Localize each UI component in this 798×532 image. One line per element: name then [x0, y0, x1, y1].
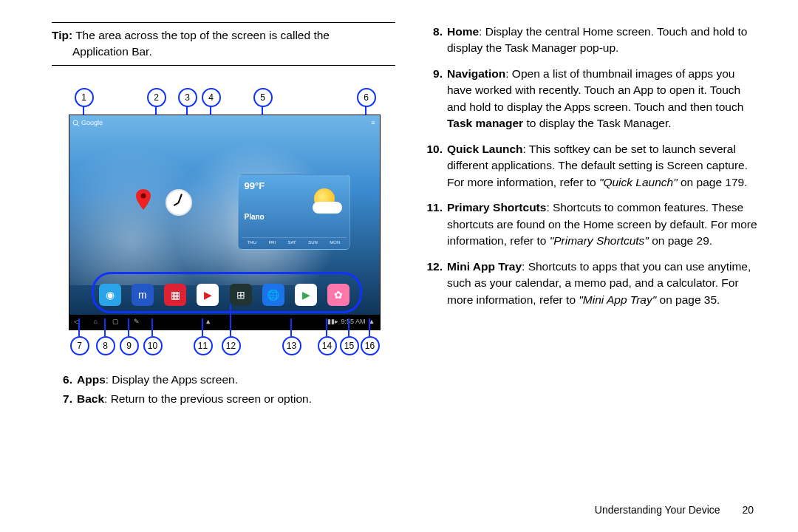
clock-text: 9:55 AM	[341, 317, 366, 327]
callout-2: 2	[147, 88, 166, 107]
callout-4: 4	[202, 88, 221, 107]
item-desc: : Display the Apps screen.	[106, 373, 238, 386]
app-icon: ⊞	[230, 284, 252, 306]
callout-1: 1	[75, 88, 94, 107]
tip-box: Tip: The area across the top of the scre…	[52, 22, 395, 66]
quicklaunch-icon: ✎	[134, 317, 140, 327]
list-item: 8. Home: Display the central Home screen…	[417, 22, 761, 64]
device-screen: Google ≡ 99°F Plano THU FRI SAT	[69, 115, 381, 330]
tip-text-2: Application Bar.	[52, 44, 395, 60]
callout-8: 8	[96, 336, 115, 355]
callout-11: 11	[194, 336, 213, 355]
topright-icons: ≡	[371, 118, 375, 128]
section-title: Understanding Your Device	[595, 504, 720, 516]
list-item: 11. Primary Shortcuts: Shortcuts to comm…	[417, 198, 761, 256]
cross-ref: "Mini App Tray"	[579, 293, 656, 306]
list-item: 9. Navigation: Open a list of thumbnail …	[417, 64, 761, 140]
left-list: 6. Apps: Display the Apps screen. 7. Bac…	[52, 370, 395, 409]
weather-widget: 99°F Plano THU FRI SAT SUN MON	[238, 174, 350, 250]
bottom-callouts: 7 8 9 10 11 12 13 14 15 16	[69, 333, 379, 360]
page-footer: Understanding Your Device 20	[595, 504, 754, 516]
tip-text-1: The area across the top of the screen is…	[75, 29, 330, 41]
list-item: 10. Quick Launch: This softkey can be se…	[417, 140, 761, 198]
callout-7: 7	[70, 336, 89, 355]
system-bar: ◁ ⌂ ▢ ✎ ▲ ▮▮▸ 9:55 AM ▲	[69, 315, 380, 330]
weather-city: Plano	[245, 212, 265, 223]
item-number: 6.	[52, 372, 77, 388]
search-hint: Google	[81, 119, 103, 126]
page-number: 20	[742, 504, 754, 516]
item-number: 11.	[417, 200, 447, 249]
home-icon: ⌂	[94, 317, 98, 327]
item-term: Navigation	[447, 67, 505, 80]
search-icon	[72, 120, 80, 127]
item-number: 10.	[417, 141, 447, 191]
item-number: 7.	[52, 391, 77, 407]
item-number: 9.	[417, 66, 447, 132]
item-term: Quick Launch	[447, 143, 523, 155]
primary-shortcuts: ◉ m ▦ ▶ ⊞ 🌐 ▶ ✿	[99, 282, 350, 307]
app-icon: m	[132, 284, 154, 306]
app-icon: ◉	[99, 284, 121, 306]
left-column: Tip: The area across the top of the scre…	[52, 22, 395, 510]
map-pin-icon	[136, 189, 151, 211]
item-term: Apps	[77, 373, 106, 386]
callout-16: 16	[361, 336, 380, 355]
search-bar: Google	[72, 118, 103, 128]
item-number: 8.	[417, 24, 447, 57]
right-column: 8. Home: Display the central Home screen…	[417, 22, 761, 510]
callout-3: 3	[178, 88, 197, 107]
callout-12: 12	[222, 336, 241, 355]
item-desc: : Display the central Home screen. Touch…	[447, 25, 747, 54]
callout-10: 10	[143, 336, 163, 355]
callout-5: 5	[253, 88, 273, 107]
callout-13: 13	[282, 336, 301, 355]
recent-icon: ▢	[112, 317, 119, 327]
item-desc: : Return to the previous screen or optio…	[104, 392, 312, 405]
list-item: 7. Back: Return to the previous screen o…	[52, 389, 395, 409]
cross-ref: "Quick Launch"	[599, 176, 678, 188]
item-term: Home	[447, 25, 479, 38]
app-icon: 🌐	[262, 284, 284, 306]
list-item: 6. Apps: Display the Apps screen.	[52, 370, 395, 389]
callout-14: 14	[318, 336, 337, 355]
status-icons: ▮▮▸	[327, 317, 338, 327]
callout-9: 9	[120, 336, 139, 355]
svg-point-2	[140, 193, 146, 198]
svg-line-1	[77, 124, 79, 126]
item-term: Back	[77, 392, 104, 405]
cross-ref: "Primary Shortcuts"	[550, 234, 649, 247]
callout-15: 15	[340, 336, 359, 355]
cloud-icon	[313, 202, 342, 214]
app-icon: ▶	[295, 284, 317, 306]
forecast-days: THU FRI SAT SUN MON	[242, 237, 347, 246]
item-number: 12.	[417, 259, 447, 308]
tip-label: Tip:	[52, 29, 72, 41]
item-term: Mini App Tray	[447, 260, 522, 273]
list-item: 12. Mini App Tray: Shortcuts to apps tha…	[417, 257, 761, 316]
item-term: Primary Shortcuts	[447, 201, 546, 214]
app-icon: ▶	[197, 284, 219, 306]
callout-6: 6	[357, 88, 376, 107]
tray-handle-icon: ▲	[205, 317, 211, 327]
clock-widget	[166, 189, 192, 216]
app-icon: ▦	[164, 284, 186, 306]
weather-temp: 99°F	[245, 180, 265, 194]
device-figure: 1 2 3 4 5 6 Google ≡	[69, 88, 379, 360]
top-callouts: 1 2 3 4 5 6	[69, 88, 379, 115]
app-icon: ✿	[327, 284, 349, 306]
